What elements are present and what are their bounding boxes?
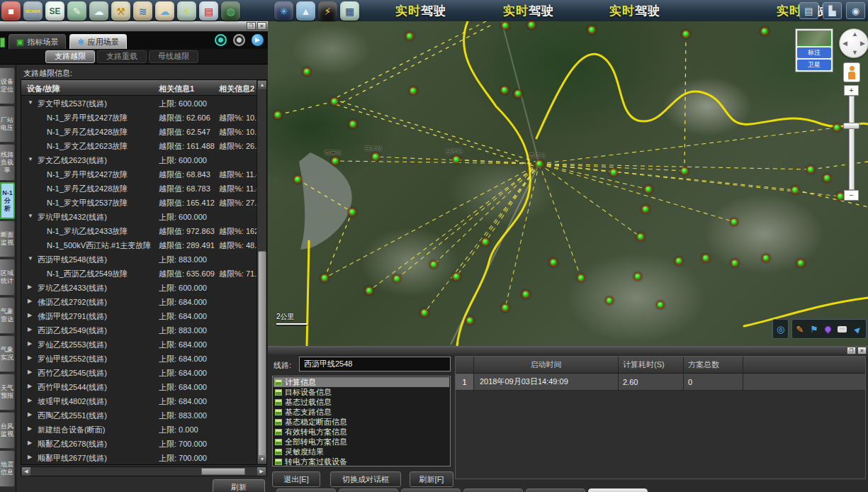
station-dot-icon[interactable] [833, 123, 841, 132]
app-icon[interactable]: ⚒ [111, 1, 130, 21]
table-row[interactable]: N-1_罗丹甲线2427故障 越限值: 68.843 越限%: 11.4 [21, 167, 257, 181]
app-icon[interactable]: ▦ [340, 1, 359, 21]
list-item[interactable]: 计算信息 [274, 377, 449, 387]
table-row[interactable]: ▶ 西沥乙线2549(线路) 上限: 883.000 [21, 323, 257, 337]
table-row[interactable]: N-1_罗坑乙线2433故障 越限值: 972.863 越限%: 162 [21, 223, 257, 237]
expander-icon[interactable]: ▶ [28, 383, 32, 389]
station-dot-icon[interactable] [274, 111, 282, 119]
list-item[interactable]: 转电方案过载设备 [274, 457, 449, 466]
app-icon[interactable]: SE [45, 1, 64, 21]
bottom-tab-stub[interactable] [401, 488, 461, 492]
map-pan-control[interactable]: ▲ ▼ ◀ ▶ [839, 28, 868, 58]
target-locate-icon[interactable]: ◎ [777, 325, 784, 334]
station-dot-icon[interactable] [641, 205, 650, 213]
restore-icon[interactable]: ❐ [247, 22, 256, 30]
violation-subtab[interactable]: 支路重载 [97, 50, 147, 63]
zoom-in-button[interactable]: + [844, 85, 859, 96]
table-row[interactable]: ▼ 西沥甲线2548(线路) 上限: 883.000 [21, 252, 257, 266]
scene-tab[interactable]: ✻ 应用场景 [69, 34, 126, 49]
sidebar-tab[interactable]: 设备定位 [0, 67, 15, 104]
table-row[interactable]: ▶ 西竹乙线2545(线路) 上限: 684.000 [21, 365, 257, 379]
toolbar-window-icon[interactable]: ◉ [846, 2, 865, 19]
play-forward-icon[interactable]: ▶ [252, 34, 264, 46]
refresh-button[interactable]: 刷新 [213, 479, 265, 492]
station-dot-icon[interactable] [535, 160, 543, 168]
line-input[interactable]: 西沥甲线2548 [299, 357, 451, 371]
station-dot-icon[interactable] [796, 259, 805, 267]
sidebar-tab[interactable]: 天气预报 [0, 374, 15, 410]
target-toggle-icon[interactable] [233, 34, 245, 46]
satellite-map[interactable]: 西南站 茶本站 桂园站 西江站 [268, 21, 868, 346]
station-dot-icon[interactable] [452, 155, 461, 164]
station-dot-icon[interactable] [587, 26, 596, 34]
expander-icon[interactable]: ▶ [28, 440, 32, 446]
station-dot-icon[interactable] [701, 254, 710, 262]
station-dot-icon[interactable] [730, 218, 738, 226]
map-labels-toggle[interactable]: 标注 [797, 47, 831, 58]
horizontal-scroll-thumb[interactable] [201, 468, 245, 475]
sidebar-tab[interactable]: 气象实况 [0, 335, 15, 372]
scroll-up-icon[interactable]: ▲ [258, 81, 266, 89]
list-item[interactable]: 有效转电方案信息 [274, 427, 449, 437]
table-row[interactable]: ▶ 罗仙甲线2552(线路) 上限: 684.000 [21, 351, 257, 365]
table-row[interactable]: N-1_罗丹乙线2428故障 越限值: 62.547 越限%: 10.4 [21, 124, 257, 138]
panel-button[interactable]: 退出[E] [272, 471, 320, 487]
station-dot-icon[interactable] [675, 257, 683, 265]
expander-icon[interactable]: ▶ [28, 298, 32, 304]
station-dot-icon[interactable] [656, 301, 665, 309]
station-dot-icon[interactable] [760, 27, 769, 35]
zoom-slider-thumb[interactable] [843, 123, 859, 129]
sidebar-tab[interactable]: N-1分析 [0, 182, 15, 219]
station-dot-icon[interactable] [365, 286, 373, 295]
vertical-scrollbar[interactable]: ▲ ▼ [257, 80, 266, 464]
station-dot-icon[interactable] [303, 67, 311, 76]
list-item[interactable]: 灵敏度结果 [274, 447, 449, 457]
violation-subtab[interactable]: 母线越限 [149, 50, 198, 63]
app-icon[interactable]: ⚡ [318, 1, 337, 21]
list-item[interactable]: 全部转电方案信息 [274, 437, 449, 447]
expander-icon[interactable]: ▶ [28, 454, 32, 460]
sidebar-tab[interactable]: 厂站电压 [0, 106, 15, 142]
expander-icon[interactable]: ▶ [28, 397, 32, 403]
station-dot-icon[interactable] [371, 152, 380, 161]
bottom-tab-stub[interactable] [463, 488, 523, 492]
vertical-scroll-thumb[interactable] [258, 251, 266, 457]
expander-icon[interactable]: ▼ [28, 213, 33, 219]
app-icon[interactable]: ✎ [67, 1, 86, 21]
list-item[interactable]: 基态稳定断面信息 [274, 417, 449, 427]
flag-icon[interactable]: ⚑ [810, 325, 818, 334]
label-bubble-icon[interactable]: ⋯ [838, 326, 847, 332]
expander-icon[interactable]: ▶ [28, 411, 32, 418]
expander-icon[interactable]: ▶ [28, 369, 32, 375]
app-icon[interactable]: ▤ [199, 1, 218, 21]
scroll-right-icon[interactable]: ▶ [257, 467, 266, 476]
panel-button[interactable]: 切换成对话框 [330, 471, 401, 487]
station-dot-icon[interactable] [605, 296, 614, 305]
toolbar-window-icon[interactable]: ▤ [799, 2, 818, 19]
app-icon[interactable]: ◍ [221, 1, 240, 21]
station-dot-icon[interactable] [609, 168, 618, 177]
scroll-down-icon[interactable]: ▼ [258, 455, 266, 464]
station-dot-icon[interactable] [636, 233, 645, 241]
expander-icon[interactable]: ▼ [28, 99, 33, 106]
app-icon[interactable]: ☁ [89, 1, 108, 21]
station-dot-icon[interactable] [731, 259, 739, 267]
station-dot-icon[interactable] [501, 303, 509, 312]
map-thumbnail[interactable] [797, 30, 831, 46]
sidebar-tab[interactable]: 断面监视 [0, 220, 15, 257]
station-dot-icon[interactable] [762, 254, 770, 262]
station-dot-icon[interactable] [682, 30, 690, 38]
table-row[interactable]: N-1_罗丹乙线2428故障 越限值: 68.783 越限%: 11.4 [21, 181, 257, 195]
station-dot-icon[interactable] [349, 120, 357, 128]
station-dot-icon[interactable] [409, 86, 417, 95]
toolbar-window-icon[interactable]: ▙ [823, 2, 842, 19]
table-row[interactable]: ▼ 罗文乙线2623(线路) 上限: 600.000 [21, 152, 257, 167]
table-row[interactable]: N-1_罗文甲线2537故障 越限值: 165.412 越限%: 27.5 [21, 195, 257, 209]
run-table-row[interactable]: 1 2018年09月03日14:49:09 2.60 0 [456, 374, 865, 391]
expander-icon[interactable]: ▶ [28, 425, 32, 432]
scroll-left-icon[interactable]: ◀ [22, 467, 30, 476]
table-row[interactable]: ▶ 佛沥乙线2792(线路) 上限: 684.000 [21, 294, 257, 308]
violation-subtab[interactable]: 支路越限 [45, 50, 95, 63]
scene-tab[interactable]: ▣ 指标场景 [9, 34, 66, 49]
table-row[interactable]: N-1_西沥乙线2549故障 越限值: 635.609 越限%: 71.9 [21, 266, 257, 280]
